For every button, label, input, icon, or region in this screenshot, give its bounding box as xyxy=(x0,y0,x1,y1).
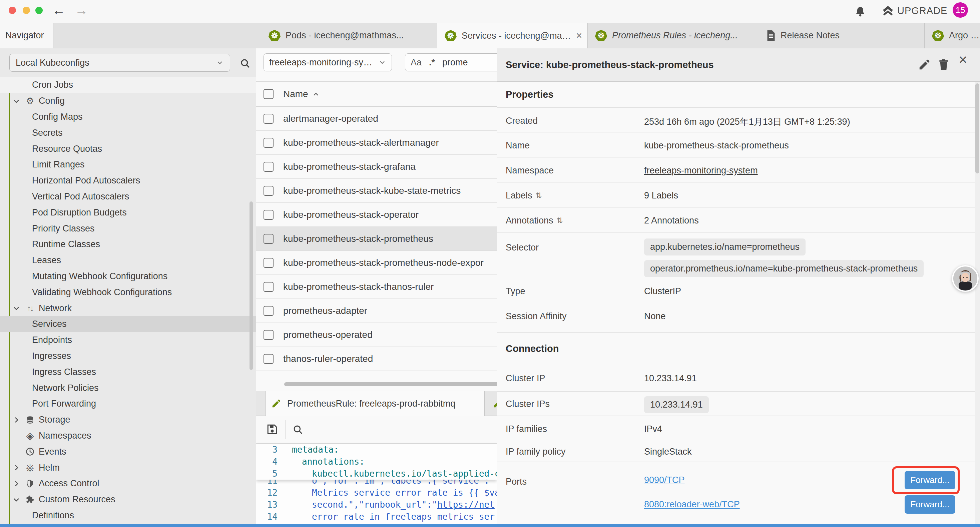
horizontal-scrollbar[interactable] xyxy=(284,382,497,386)
sort-toggle-icon[interactable]: ⇅ xyxy=(536,191,542,200)
sidebar-item-services[interactable]: Services xyxy=(0,316,256,332)
tab-prometheus-rules[interactable]: ☸ Prometheus Rules - icecheng... xyxy=(588,23,759,48)
row-checkbox[interactable] xyxy=(264,234,274,244)
edit-pencil-icon[interactable] xyxy=(918,58,931,71)
back-icon[interactable]: ← xyxy=(52,2,65,18)
tab-argo[interactable]: ☸ Argo Se... xyxy=(924,23,980,48)
sidebar-item-ingresses[interactable]: Ingresses xyxy=(0,348,256,364)
user-avatar[interactable] xyxy=(952,265,978,292)
row-checkbox[interactable] xyxy=(264,354,274,364)
row-checkbox[interactable] xyxy=(264,282,274,292)
filter-search-input[interactable]: Aa .* prome xyxy=(405,53,497,72)
sidebar-item-pod-disruption-budgets[interactable]: Pod Disruption Budgets xyxy=(0,204,256,220)
editor-tab-prometheusrule[interactable]: PrometheusRule: freeleaps-prod-rabbitmq xyxy=(266,391,485,416)
row-value: 253d 16h 6m ago (2025年1月13日 GMT+8 1:25:3… xyxy=(644,116,850,128)
sidebar-scrollbar[interactable] xyxy=(250,201,253,370)
row-checkbox[interactable] xyxy=(264,330,274,340)
row-checkbox[interactable] xyxy=(264,186,274,196)
sidebar-item-mutating-webhook-configurations[interactable]: Mutating Webhook Configurations xyxy=(0,269,256,285)
tab-release-notes[interactable]: Release Notes xyxy=(759,23,924,48)
sidebar-item-helm[interactable]: ⎈ Helm xyxy=(0,460,256,476)
match-case-toggle[interactable]: Aa xyxy=(410,57,422,68)
forward-icon[interactable]: → xyxy=(75,2,88,18)
upgrade-label[interactable]: UPGRADE xyxy=(897,5,947,16)
zoom-window-button[interactable] xyxy=(35,7,43,14)
kubeconfig-selector-value: Local Kubeconfigs xyxy=(16,58,89,68)
table-row[interactable]: kube-prometheus-stack-prometheus-node-ex… xyxy=(256,251,497,275)
notification-count-badge[interactable]: 15 xyxy=(953,2,968,18)
save-icon[interactable] xyxy=(266,423,278,435)
selector-badge: operator.prometheus.io/name=kube-prometh… xyxy=(644,260,924,277)
search-icon[interactable] xyxy=(240,58,251,69)
sidebar-item-storage[interactable]: Storage xyxy=(0,412,256,428)
forward-button[interactable]: Forward... xyxy=(905,495,955,514)
row-checkbox[interactable] xyxy=(264,258,274,268)
row-checkbox[interactable] xyxy=(264,138,274,148)
sidebar-item-runtime-classes[interactable]: Runtime Classes xyxy=(0,236,256,253)
sidebar-item-network-policies[interactable]: Network Policies xyxy=(0,380,256,396)
row-checkbox[interactable] xyxy=(264,210,274,220)
sidebar-item-priority-classes[interactable]: Priority Classes xyxy=(0,220,256,236)
port-link-8080[interactable]: 8080:reloader-web/TCP xyxy=(644,499,740,509)
sidebar-item-resource-quotas[interactable]: Resource Quotas xyxy=(0,141,256,157)
sidebar-item-network[interactable]: ↑↓ Network xyxy=(0,300,256,316)
sidebar-item-cron-jobs[interactable]: Cron Jobs xyxy=(0,77,256,93)
row-checkbox[interactable] xyxy=(264,114,274,124)
row-checkbox[interactable] xyxy=(264,306,274,316)
table-row-selected[interactable]: kube-prometheus-stack-prometheus xyxy=(256,227,497,251)
table-row[interactable]: kube-prometheus-stack-thanos-ruler xyxy=(256,275,497,299)
sidebar-item-config-maps[interactable]: Config Maps xyxy=(0,109,256,125)
kubeconfig-selector[interactable]: Local Kubeconfigs xyxy=(10,54,230,72)
yaml-editor[interactable]: 3metadata: 4annotations: 5kubectl.kubern… xyxy=(256,444,497,524)
table-row[interactable]: kube-prometheus-stack-kube-state-metrics xyxy=(256,179,497,203)
trash-icon[interactable] xyxy=(937,58,950,71)
sidebar-item-validating-webhook-configurations[interactable]: Validating Webhook Configurations xyxy=(0,284,256,300)
sidebar-item-endpoints[interactable]: Endpoints xyxy=(0,332,256,348)
navigator-tab[interactable]: Navigator xyxy=(0,23,53,48)
namespace-link[interactable]: freeleaps-monitoring-system xyxy=(644,166,758,176)
sidebar-item-limit-ranges[interactable]: Limit Ranges xyxy=(0,157,256,173)
table-row[interactable]: thanos-ruler-operated xyxy=(256,347,497,371)
sidebar-item-namespaces[interactable]: ◈ Namespaces xyxy=(0,428,256,444)
table-row[interactable]: kube-prometheus-stack-alertmanager xyxy=(256,131,497,155)
row-checkbox[interactable] xyxy=(264,162,274,172)
notifications-bell-icon[interactable] xyxy=(854,5,866,18)
sidebar-item-custom-resources[interactable]: Custom Resources xyxy=(0,492,256,508)
table-row[interactable]: prometheus-adapter xyxy=(256,299,497,323)
close-tab-icon[interactable]: × xyxy=(576,30,587,42)
network-icon: ↑↓ xyxy=(24,304,36,313)
sidebar-item-definitions[interactable]: Definitions xyxy=(0,508,256,524)
close-window-button[interactable] xyxy=(9,7,16,14)
editor-url-link[interactable]: https://net xyxy=(437,500,495,509)
detail-scrollbar[interactable] xyxy=(975,83,979,174)
tab-services[interactable]: ☸ Services - icecheng@math... × xyxy=(437,23,588,49)
service-name: kube-prometheus-stack-prometheus xyxy=(283,234,433,244)
select-all-checkbox[interactable] xyxy=(264,89,274,99)
sidebar-item-vertical-pod-autoscalers[interactable]: Vertical Pod Autoscalers xyxy=(0,189,256,205)
sidebar-item-ingress-classes[interactable]: Ingress Classes xyxy=(0,364,256,380)
regex-toggle[interactable]: .* xyxy=(429,57,435,68)
sidebar-item-leases[interactable]: Leases xyxy=(0,253,256,269)
sidebar-item-events[interactable]: Events xyxy=(0,444,256,460)
sidebar-item-access-control[interactable]: Access Control xyxy=(0,476,256,492)
table-row[interactable]: alertmanager-operated xyxy=(256,107,497,131)
table-row[interactable]: prometheus-operated xyxy=(256,323,497,347)
upgrade-chevrons-icon[interactable] xyxy=(881,5,895,18)
search-icon[interactable] xyxy=(292,424,304,435)
tab-pods[interactable]: ☸ Pods - icecheng@mathmas... xyxy=(261,23,437,48)
sidebar-item-config[interactable]: ⚙ Config xyxy=(0,93,256,109)
table-row[interactable]: kube-prometheus-stack-operator xyxy=(256,203,497,227)
port-link-9090[interactable]: 9090/TCP xyxy=(644,475,685,485)
sidebar-item-horizontal-pod-autoscalers[interactable]: Horizontal Pod Autoscalers xyxy=(0,173,256,189)
row-value[interactable]: 2 Annotations xyxy=(644,215,699,226)
sidebar-item-secrets[interactable]: Secrets xyxy=(0,125,256,141)
column-header-name[interactable]: Name xyxy=(283,89,308,99)
row-value[interactable]: 9 Labels xyxy=(644,191,678,201)
table-row[interactable]: kube-prometheus-stack-grafana xyxy=(256,155,497,179)
namespace-selector[interactable]: freeleaps-monitoring-system xyxy=(264,53,392,72)
editor-tab-partial[interactable] xyxy=(493,399,497,409)
close-icon[interactable]: × xyxy=(959,53,967,67)
sort-toggle-icon[interactable]: ⇅ xyxy=(557,216,563,225)
sidebar-item-port-forwarding[interactable]: Port Forwarding xyxy=(0,396,256,412)
minimize-window-button[interactable] xyxy=(23,7,30,14)
